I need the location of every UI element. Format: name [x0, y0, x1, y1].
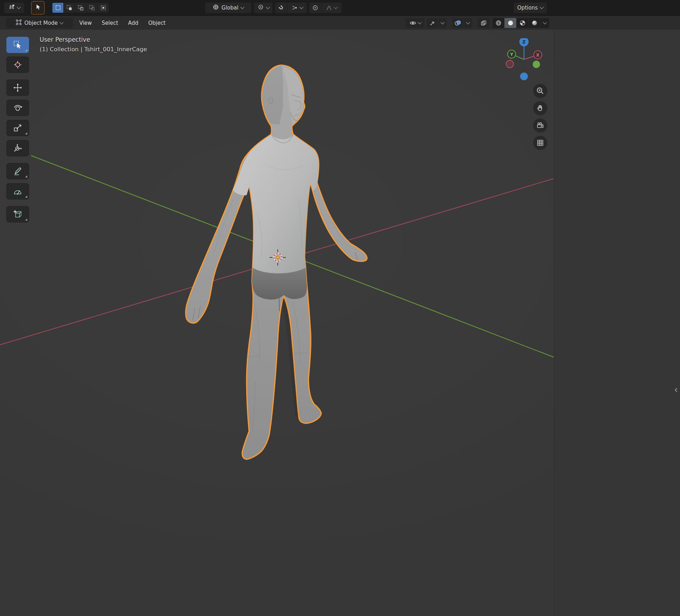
select-mode-invert-button[interactable] — [86, 3, 97, 13]
overlays-icon — [454, 19, 462, 27]
tool-measure[interactable] — [6, 183, 29, 199]
chevron-down-icon — [440, 20, 444, 24]
overlays-dropdown[interactable] — [464, 18, 472, 28]
view-perspective-label: User Perspective — [40, 36, 90, 43]
gizmo-axis-z[interactable]: Z — [519, 38, 529, 46]
select-mode-new-button[interactable] — [52, 3, 63, 13]
proportional-edit-toggle[interactable] — [309, 2, 321, 13]
tool-rotate[interactable] — [6, 100, 29, 116]
gizmo-y-label: Y — [510, 52, 513, 57]
menu-add[interactable]: Add — [123, 18, 143, 28]
gizmo-x-label: X — [536, 53, 540, 58]
proportional-icon — [312, 5, 318, 11]
xray-toggle[interactable] — [478, 18, 490, 28]
topbar: Global — [0, 0, 680, 16]
navigation-gizmo[interactable]: Z Y X — [503, 38, 545, 81]
shading-wireframe-icon — [495, 20, 502, 26]
gizmos-dropdown[interactable] — [438, 18, 447, 28]
gizmo-axis-x-neg[interactable] — [506, 60, 514, 68]
chevron-down-icon — [543, 20, 547, 24]
gizmo-axis-z-neg[interactable] — [520, 72, 528, 80]
visibility-icon — [409, 19, 416, 27]
chevron-down-icon — [299, 5, 303, 9]
collection-breadcrumb: (1) Collection | Tshirt_001_InnerCage — [40, 46, 147, 53]
collapse-sidebar-icon — [674, 387, 678, 393]
snap-target-icon — [292, 5, 298, 11]
shading-solid-button[interactable] — [505, 18, 516, 28]
gizmos-toggle[interactable] — [427, 18, 438, 28]
tool-move[interactable] — [6, 80, 29, 96]
shading-solid-icon — [507, 20, 514, 26]
orientation-value: Global — [221, 5, 238, 11]
select-mode-group — [52, 3, 109, 13]
select-mode-invert-icon — [89, 5, 95, 11]
editor-type-button[interactable] — [4, 2, 24, 13]
camera-view-button[interactable] — [533, 118, 547, 133]
snap-settings-dropdown[interactable] — [288, 2, 307, 13]
pan-icon — [536, 104, 544, 112]
toggle-ortho-icon — [536, 139, 544, 147]
select-box-tool-icon — [34, 4, 41, 12]
snap-toggle-button[interactable] — [275, 2, 287, 13]
shading-mode-group — [492, 18, 549, 28]
tool-rotate-icon — [13, 103, 23, 113]
menu-object[interactable]: Object — [143, 18, 171, 28]
shading-rendered-button[interactable] — [529, 18, 540, 28]
zoom-icon — [536, 87, 544, 95]
tool-scale[interactable] — [6, 120, 29, 136]
zoom-button[interactable] — [533, 84, 547, 98]
menu-bar: View Select Add Object — [74, 18, 171, 28]
chevron-down-icon — [334, 5, 338, 9]
pan-button[interactable] — [533, 101, 547, 115]
toggle-ortho-button[interactable] — [533, 136, 547, 150]
overlays-toggle[interactable] — [452, 18, 463, 28]
chevron-down-icon — [466, 20, 470, 24]
shading-material-icon — [519, 20, 526, 26]
shading-material-button[interactable] — [517, 18, 528, 28]
options-dropdown[interactable]: Options — [514, 2, 547, 13]
gizmo-axis-y-neg[interactable] — [533, 61, 540, 68]
tool-transform[interactable] — [6, 140, 29, 156]
shading-dropdown[interactable] — [541, 18, 549, 28]
select-mode-intersect-button[interactable] — [98, 3, 109, 13]
falloff-icon — [326, 5, 332, 11]
proportional-falloff-dropdown[interactable] — [322, 2, 341, 13]
sidebar-collapse-toggle[interactable] — [673, 386, 679, 394]
viewport-3d[interactable]: User Perspective (1) Collection | Tshirt… — [0, 30, 680, 616]
shading-rendered-icon — [531, 20, 538, 26]
select-mode-intersect-icon — [100, 5, 106, 11]
tool-add-primitive[interactable] — [6, 206, 29, 222]
select-mode-new-icon — [55, 5, 61, 11]
tool-annotate[interactable] — [6, 163, 29, 179]
menu-view[interactable]: View — [74, 18, 97, 28]
pivot-point-dropdown[interactable] — [254, 2, 272, 13]
menu-select[interactable]: Select — [97, 18, 123, 28]
object-mode-icon — [16, 19, 22, 27]
chevron-down-icon — [60, 20, 64, 24]
tool-cursor[interactable] — [6, 57, 29, 73]
gizmos-icon — [429, 19, 436, 27]
gizmo-axis-x[interactable]: X — [534, 51, 542, 59]
shading-wireframe-button[interactable] — [492, 18, 504, 28]
pivot-icon — [258, 4, 264, 12]
editor-type-icon — [8, 4, 15, 12]
camera-view-icon — [536, 121, 544, 130]
tool-add-primitive-icon — [13, 209, 23, 219]
origin-dot-icon — [276, 256, 280, 259]
chevron-down-icon — [17, 5, 21, 9]
active-tool-indicator[interactable] — [31, 1, 45, 14]
visibility-dropdown[interactable] — [405, 18, 425, 28]
gizmo-axis-y[interactable]: Y — [508, 50, 516, 58]
tool-move-icon — [13, 83, 23, 93]
select-mode-subtract-button[interactable] — [75, 3, 86, 13]
mode-dropdown[interactable]: Object Mode — [6, 18, 73, 28]
visibility-group — [405, 18, 425, 28]
chevron-down-icon — [266, 5, 270, 9]
tool-transform-icon — [13, 143, 23, 153]
tool-select-box[interactable] — [6, 37, 29, 53]
select-mode-extend-button[interactable] — [64, 3, 75, 13]
tool-scale-icon — [13, 123, 23, 133]
chevron-down-icon — [240, 5, 244, 9]
select-box-tool-icon — [13, 40, 23, 50]
transform-orientation-dropdown[interactable]: Global — [205, 2, 251, 13]
